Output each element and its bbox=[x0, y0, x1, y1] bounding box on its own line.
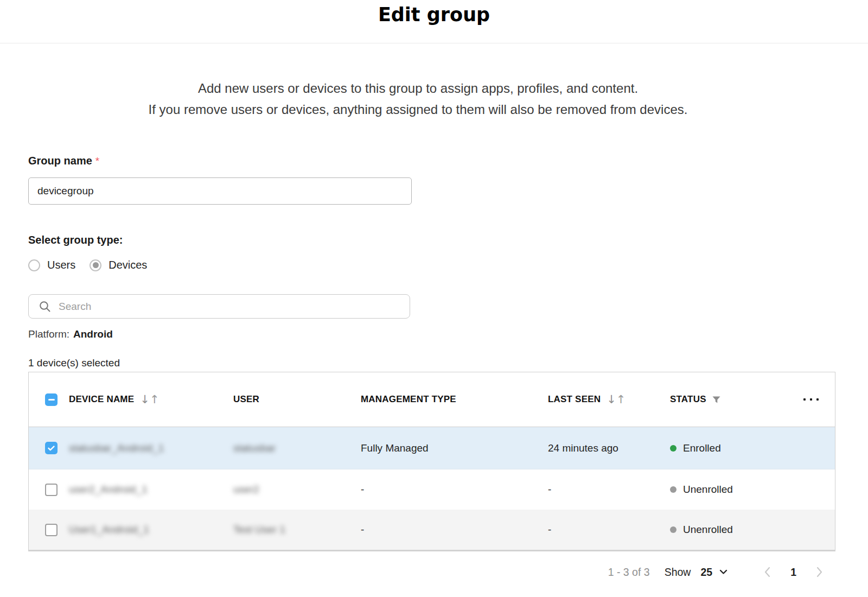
radio-devices-icon[interactable] bbox=[90, 259, 101, 271]
status-dot-icon bbox=[670, 445, 676, 452]
status-cell: Unenrolled bbox=[670, 524, 778, 536]
next-page-button[interactable] bbox=[816, 566, 824, 579]
selection-summary: 1 device(s) selected bbox=[28, 357, 868, 369]
column-header-status[interactable]: STATUS bbox=[670, 394, 778, 405]
group-name-input[interactable] bbox=[28, 177, 412, 205]
device-table: DEVICE NAME ↓↑ USER MANAGEMENT TYPE LAST… bbox=[28, 372, 835, 551]
table-row: User1_Android_1 Test User 1 - - Unenroll… bbox=[29, 510, 835, 550]
search-input[interactable] bbox=[59, 301, 404, 313]
search-box[interactable] bbox=[28, 294, 410, 319]
row-checkbox[interactable] bbox=[45, 484, 58, 496]
device-name-cell: user2_Android_1 bbox=[69, 484, 148, 496]
column-header-management-type: MANAGEMENT TYPE bbox=[361, 394, 548, 405]
status-dot-icon bbox=[670, 486, 676, 493]
page-range: 1 - 3 of 3 bbox=[608, 566, 650, 579]
radio-devices-label: Devices bbox=[108, 259, 147, 271]
chevron-right-icon bbox=[816, 566, 824, 579]
intro-text: Add new users or devices to this group t… bbox=[0, 78, 836, 120]
select-all-checkbox[interactable] bbox=[45, 393, 58, 406]
last-seen-cell: - bbox=[548, 524, 670, 536]
status-cell: Enrolled bbox=[670, 442, 778, 454]
platform-row: Platform:Android bbox=[28, 328, 868, 340]
table-row: user2_Android_1 user2 - - Unenrolled bbox=[29, 469, 835, 510]
sort-icon[interactable]: ↓↑ bbox=[607, 393, 626, 406]
search-icon bbox=[39, 301, 51, 313]
checkmark-icon bbox=[47, 443, 56, 453]
last-seen-cell: 24 minutes ago bbox=[548, 442, 670, 454]
radio-option-users[interactable]: Users bbox=[28, 259, 75, 271]
management-type-cell: - bbox=[361, 484, 548, 496]
user-cell: statusbar bbox=[233, 442, 276, 454]
radio-option-devices[interactable]: Devices bbox=[90, 259, 147, 271]
row-checkbox[interactable] bbox=[45, 442, 58, 454]
management-type-cell: - bbox=[361, 524, 548, 536]
last-seen-cell: - bbox=[548, 484, 670, 496]
intro-line-2: If you remove users or devices, anything… bbox=[0, 99, 836, 120]
group-type-radio-group: Users Devices bbox=[28, 259, 868, 271]
row-checkbox[interactable] bbox=[45, 524, 58, 536]
user-cell: user2 bbox=[233, 484, 259, 496]
status-dot-icon bbox=[670, 526, 676, 533]
radio-users-label: Users bbox=[47, 259, 75, 271]
prev-page-button[interactable] bbox=[763, 566, 771, 579]
chevron-down-icon bbox=[719, 569, 727, 575]
table-menu-ellipsis-icon[interactable] bbox=[803, 398, 819, 401]
device-name-cell: User1_Android_1 bbox=[69, 524, 149, 536]
column-header-user: USER bbox=[233, 394, 361, 405]
page-header: Edit group bbox=[0, 0, 868, 43]
device-name-cell: statusbar_Android_1 bbox=[69, 442, 164, 454]
sort-icon[interactable]: ↓↑ bbox=[140, 393, 159, 406]
indeterminate-minus-icon bbox=[48, 399, 55, 401]
filter-icon[interactable] bbox=[712, 396, 720, 403]
page-size-select[interactable]: 25 bbox=[700, 566, 727, 579]
status-cell: Unenrolled bbox=[670, 484, 778, 496]
user-cell: Test User 1 bbox=[233, 524, 285, 536]
intro-line-1: Add new users or devices to this group t… bbox=[0, 78, 836, 99]
current-page-number[interactable]: 1 bbox=[790, 566, 796, 579]
group-name-label: Group name* bbox=[28, 155, 868, 167]
management-type-cell: Fully Managed bbox=[361, 442, 548, 454]
group-type-label: Select group type: bbox=[28, 234, 868, 246]
pagination: 1 - 3 of 3 Show 25 1 bbox=[28, 566, 824, 579]
page-title: Edit group bbox=[16, 4, 852, 26]
radio-users-icon[interactable] bbox=[28, 259, 40, 271]
table-header-row: DEVICE NAME ↓↑ USER MANAGEMENT TYPE LAST… bbox=[29, 372, 835, 427]
platform-label: Platform: bbox=[28, 328, 69, 340]
show-label: Show bbox=[665, 566, 691, 579]
required-asterisk: * bbox=[95, 155, 99, 167]
table-row: statusbar_Android_1 statusbar Fully Mana… bbox=[29, 427, 835, 469]
chevron-left-icon bbox=[763, 566, 771, 579]
platform-value: Android bbox=[73, 328, 113, 340]
column-header-device-name[interactable]: DEVICE NAME ↓↑ bbox=[69, 393, 233, 406]
column-header-last-seen[interactable]: LAST SEEN ↓↑ bbox=[548, 393, 670, 406]
page-size-value: 25 bbox=[700, 566, 712, 579]
